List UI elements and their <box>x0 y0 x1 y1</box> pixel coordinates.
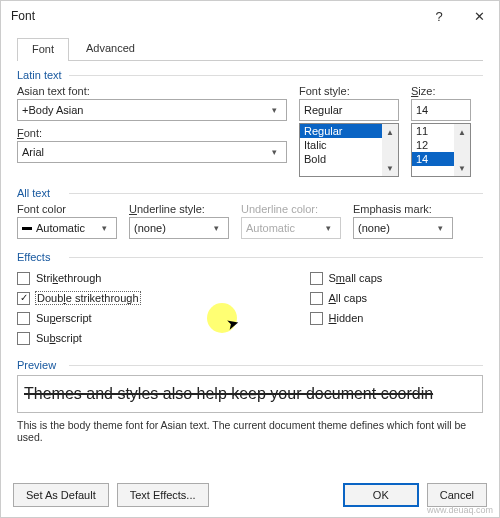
list-item[interactable]: 12 <box>412 138 454 152</box>
chevron-down-icon: ▾ <box>208 223 224 233</box>
asian-font-label: Asian text font: <box>17 85 287 97</box>
preview-text: Themes and styles also help keep your do… <box>24 385 433 403</box>
scrollbar-track[interactable] <box>382 140 398 160</box>
all-caps-label: All caps <box>329 292 368 304</box>
superscript-checkbox[interactable] <box>17 312 30 325</box>
ok-button[interactable]: OK <box>343 483 419 507</box>
underline-color-select: Automatic ▾ <box>241 217 341 239</box>
size-label: Size: <box>411 85 471 97</box>
underline-style-label: Underline style: <box>129 203 229 215</box>
subscript-checkbox[interactable] <box>17 332 30 345</box>
watermark: www.deuaq.com <box>427 505 493 515</box>
small-caps-label: Small caps <box>329 272 383 284</box>
help-button[interactable]: ? <box>419 1 459 31</box>
scroll-down-icon[interactable]: ▼ <box>382 160 398 176</box>
scrollbar-track[interactable] <box>454 140 470 160</box>
scroll-up-icon[interactable]: ▲ <box>454 124 470 140</box>
font-style-label: Font style: <box>299 85 399 97</box>
preview-box: Themes and styles also help keep your do… <box>17 375 483 413</box>
emphasis-mark-select[interactable]: (none) ▾ <box>353 217 453 239</box>
double-strikethrough-checkbox[interactable] <box>17 292 30 305</box>
hidden-checkbox[interactable] <box>310 312 323 325</box>
size-input[interactable]: 14 <box>411 99 471 121</box>
section-effects: Effects <box>17 251 483 263</box>
small-caps-checkbox[interactable] <box>310 272 323 285</box>
double-strikethrough-label: Double strikethrough <box>36 292 140 304</box>
chevron-down-icon: ▾ <box>96 223 112 233</box>
font-color-select[interactable]: Automatic ▾ <box>17 217 117 239</box>
chevron-down-icon: ▾ <box>266 105 282 115</box>
tab-advanced[interactable]: Advanced <box>71 37 150 60</box>
font-style-listbox[interactable]: Regular Italic Bold ▲ ▼ <box>299 123 399 177</box>
emphasis-mark-label: Emphasis mark: <box>353 203 453 215</box>
superscript-label: Superscript <box>36 312 92 324</box>
text-effects-button[interactable]: Text Effects... <box>117 483 209 507</box>
section-all-text: All text <box>17 187 483 199</box>
section-latin-text: Latin text <box>17 69 483 81</box>
cancel-button[interactable]: Cancel <box>427 483 487 507</box>
list-item[interactable]: 11 <box>412 124 454 138</box>
underline-color-label: Underline color: <box>241 203 341 215</box>
font-color-label: Font color <box>17 203 117 215</box>
preview-note: This is the body theme font for Asian te… <box>17 419 483 443</box>
chevron-down-icon: ▾ <box>266 147 282 157</box>
list-item[interactable]: Regular <box>300 124 382 138</box>
scroll-down-icon[interactable]: ▼ <box>454 160 470 176</box>
close-button[interactable]: ✕ <box>459 1 499 31</box>
font-style-input[interactable]: Regular <box>299 99 399 121</box>
all-caps-checkbox[interactable] <box>310 292 323 305</box>
tab-font[interactable]: Font <box>17 38 69 61</box>
chevron-down-icon: ▾ <box>320 223 336 233</box>
dialog-title: Font <box>11 9 419 23</box>
size-listbox[interactable]: 11 12 14 ▲ ▼ <box>411 123 471 177</box>
chevron-down-icon: ▾ <box>432 223 448 233</box>
list-item[interactable]: 14 <box>412 152 454 166</box>
list-item[interactable]: Bold <box>300 152 382 166</box>
font-select[interactable]: Arial ▾ <box>17 141 287 163</box>
strikethrough-label: Strikethrough <box>36 272 101 284</box>
list-item[interactable]: Italic <box>300 138 382 152</box>
set-as-default-button[interactable]: Set As Default <box>13 483 109 507</box>
strikethrough-checkbox[interactable] <box>17 272 30 285</box>
scroll-up-icon[interactable]: ▲ <box>382 124 398 140</box>
asian-font-select[interactable]: +Body Asian ▾ <box>17 99 287 121</box>
underline-style-select[interactable]: (none) ▾ <box>129 217 229 239</box>
hidden-label: Hidden <box>329 312 364 324</box>
subscript-label: Subscript <box>36 332 82 344</box>
font-label: Font: <box>17 127 287 139</box>
section-preview: Preview <box>17 359 483 371</box>
